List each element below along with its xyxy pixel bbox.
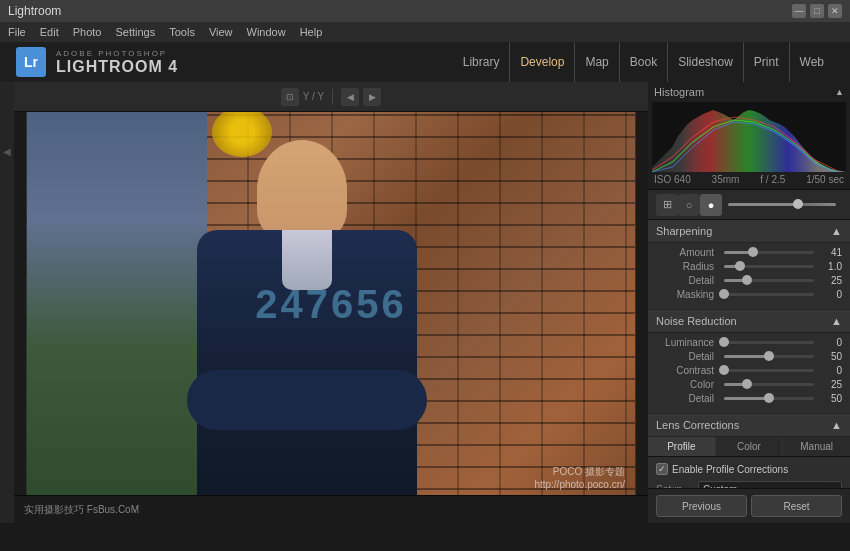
photo-frame: 247656 POCO 摄影专题 http://photo.poco.cn/: [26, 112, 636, 495]
noise-reduction-content: Luminance 0 Detail: [648, 333, 850, 413]
sharpening-header[interactable]: Sharpening ▲: [648, 220, 850, 243]
sharpening-detail-value: 25: [818, 275, 842, 286]
nr-luminance-label: Luminance: [656, 337, 714, 348]
nr-detail2-label: Detail: [656, 393, 714, 404]
app-title-block: ADOBE PHOTOSHOP LIGHTROOM 4: [56, 49, 178, 76]
red-eye-tool[interactable]: ●: [700, 194, 722, 216]
previous-button[interactable]: Previous: [656, 495, 747, 517]
person-body: [197, 230, 417, 495]
watermark-number: 247656: [255, 281, 406, 326]
nr-detail-row: Detail 50: [656, 351, 842, 362]
menu-help[interactable]: Help: [300, 26, 323, 38]
menu-window[interactable]: Window: [247, 26, 286, 38]
menu-view[interactable]: View: [209, 26, 233, 38]
nr-detail2-row: Detail 50: [656, 393, 842, 404]
module-navigation: Library Develop Map Book Slideshow Print…: [453, 42, 834, 82]
lens-tab-manual[interactable]: Manual: [783, 437, 850, 456]
menu-edit[interactable]: Edit: [40, 26, 59, 38]
reset-button[interactable]: Reset: [751, 495, 842, 517]
sharpening-masking-track[interactable]: [724, 293, 814, 296]
sharpening-detail-row: Detail 25: [656, 275, 842, 286]
lens-tab-profile[interactable]: Profile: [648, 437, 716, 456]
sharpening-radius-thumb: [735, 261, 745, 271]
module-library[interactable]: Library: [453, 42, 511, 82]
sharpening-radius-label: Radius: [656, 261, 714, 272]
sharpening-detail-thumb: [742, 275, 752, 285]
person-head: [257, 140, 347, 240]
noise-reduction-section: Noise Reduction ▲ Luminance 0: [648, 310, 850, 413]
minimize-button[interactable]: —: [792, 4, 806, 18]
menu-file[interactable]: File: [8, 26, 26, 38]
module-slideshow[interactable]: Slideshow: [668, 42, 744, 82]
bottom-watermark-text: 实用摄影技巧 FsBus.CoM: [24, 503, 139, 517]
nr-contrast-thumb: [719, 365, 729, 375]
nr-luminance-track[interactable]: [724, 341, 814, 344]
separator: [332, 89, 333, 105]
titlebar: Lightroom — □ ✕: [0, 0, 850, 22]
nr-detail2-thumb: [764, 393, 774, 403]
nr-detail-label: Detail: [656, 351, 714, 362]
lens-corrections-header[interactable]: Lens Corrections ▲: [648, 414, 850, 437]
histogram-header: Histogram ▲: [652, 86, 846, 98]
panel-sections-scroll[interactable]: Sharpening ▲ Amount 41 Ra: [648, 220, 850, 488]
histogram-info: ISO 640 35mm f / 2.5 1/50 sec: [652, 172, 846, 185]
nr-contrast-row: Contrast 0: [656, 365, 842, 376]
exposure-slider[interactable]: [728, 203, 836, 206]
module-web[interactable]: Web: [790, 42, 834, 82]
nr-detail-value: 50: [818, 351, 842, 362]
bottom-status-bar: 实用摄影技巧 FsBus.CoM: [14, 495, 648, 523]
histogram-collapse[interactable]: ▲: [835, 87, 844, 97]
nr-color-value: 25: [818, 379, 842, 390]
nr-detail2-track[interactable]: [724, 397, 814, 400]
app-subtitle: ADOBE PHOTOSHOP: [56, 49, 178, 58]
sharpening-amount-row: Amount 41: [656, 247, 842, 258]
nr-luminance-value: 0: [818, 337, 842, 348]
module-print[interactable]: Print: [744, 42, 790, 82]
prev-photo-button[interactable]: ◀: [341, 88, 359, 106]
histogram-canvas: [652, 102, 846, 172]
module-book[interactable]: Book: [620, 42, 668, 82]
enable-corrections-checkbox[interactable]: ✓: [656, 463, 668, 475]
nr-color-thumb: [742, 379, 752, 389]
next-photo-button[interactable]: ▶: [363, 88, 381, 106]
sharpening-amount-track[interactable]: [724, 251, 814, 254]
lr-logo: Lr: [16, 47, 46, 77]
histogram-svg: [652, 102, 846, 172]
photo-display: 247656 POCO 摄影专题 http://photo.poco.cn/: [27, 112, 635, 495]
lens-corrections-title: Lens Corrections: [656, 419, 739, 431]
app-name: LIGHTROOM 4: [56, 58, 178, 76]
noise-reduction-title: Noise Reduction: [656, 315, 737, 327]
nr-detail-track[interactable]: [724, 355, 814, 358]
nr-color-label: Color: [656, 379, 714, 390]
menu-settings[interactable]: Settings: [115, 26, 155, 38]
maximize-button[interactable]: □: [810, 4, 824, 18]
sharpening-detail-label: Detail: [656, 275, 714, 286]
menubar: File Edit Photo Settings Tools View Wind…: [0, 22, 850, 42]
iso-value: ISO 640: [654, 174, 691, 185]
histogram-section: Histogram ▲: [648, 82, 850, 190]
window-controls: — □ ✕: [792, 4, 842, 18]
module-map[interactable]: Map: [575, 42, 619, 82]
lens-tabs: Profile Color Manual: [648, 437, 850, 457]
spot-removal-tool[interactable]: ○: [678, 194, 700, 216]
module-develop[interactable]: Develop: [510, 42, 575, 82]
noise-reduction-header[interactable]: Noise Reduction ▲: [648, 310, 850, 333]
setup-value-dropdown[interactable]: Custom ▼: [698, 481, 842, 488]
nr-contrast-track[interactable]: [724, 369, 814, 372]
zoom-button[interactable]: ⊡: [281, 88, 299, 106]
close-button[interactable]: ✕: [828, 4, 842, 18]
menu-photo[interactable]: Photo: [73, 26, 102, 38]
sharpening-radius-track[interactable]: [724, 265, 814, 268]
crop-tool[interactable]: ⊞: [656, 194, 678, 216]
setup-row: Setup Custom ▼: [656, 481, 842, 488]
center-content: ⊡ Y / Y ◀ ▶: [14, 82, 648, 523]
lens-content: ✓ Enable Profile Corrections Setup Custo…: [648, 457, 850, 488]
menu-tools[interactable]: Tools: [169, 26, 195, 38]
sharpening-amount-label: Amount: [656, 247, 714, 258]
lens-tab-color[interactable]: Color: [716, 437, 784, 456]
sharpening-section: Sharpening ▲ Amount 41 Ra: [648, 220, 850, 309]
nr-detail-fill: [724, 355, 769, 358]
noise-reduction-collapse-icon: ▲: [831, 315, 842, 327]
nr-color-track[interactable]: [724, 383, 814, 386]
sharpening-detail-track[interactable]: [724, 279, 814, 282]
